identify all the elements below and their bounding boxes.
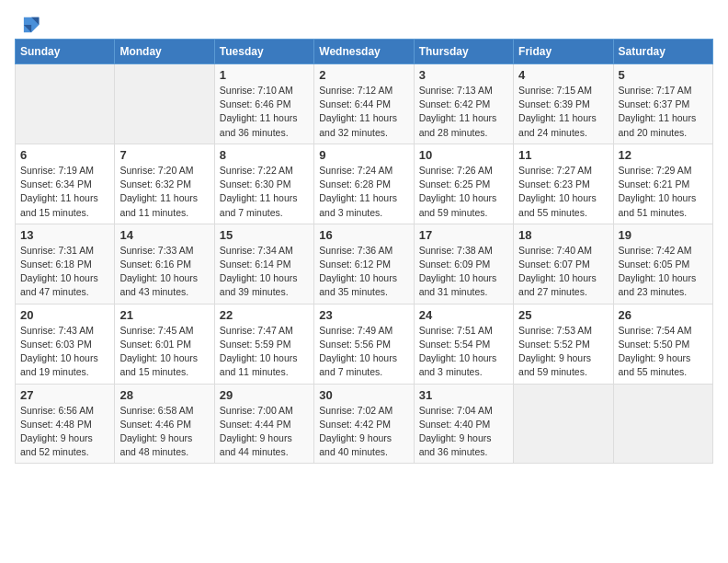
calendar-cell: 4Sunrise: 7:15 AM Sunset: 6:39 PM Daylig… [514, 64, 613, 144]
calendar-cell: 8Sunrise: 7:22 AM Sunset: 6:30 PM Daylig… [214, 144, 313, 224]
calendar-cell: 30Sunrise: 7:02 AM Sunset: 4:42 PM Dayli… [314, 384, 414, 464]
calendar-cell: 11Sunrise: 7:27 AM Sunset: 6:23 PM Dayli… [514, 144, 613, 224]
day-info: Sunrise: 7:04 AM Sunset: 4:40 PM Dayligh… [419, 404, 508, 460]
calendar-cell: 3Sunrise: 7:13 AM Sunset: 6:42 PM Daylig… [414, 64, 513, 144]
day-number: 18 [518, 228, 608, 242]
day-info: Sunrise: 7:17 AM Sunset: 6:37 PM Dayligh… [619, 84, 708, 140]
calendar-body: 1Sunrise: 7:10 AM Sunset: 6:46 PM Daylig… [16, 64, 713, 464]
calendar-cell: 17Sunrise: 7:38 AM Sunset: 6:09 PM Dayli… [414, 224, 513, 304]
calendar-table: SundayMondayTuesdayWednesdayThursdayFrid… [15, 39, 713, 464]
day-info: Sunrise: 7:38 AM Sunset: 6:09 PM Dayligh… [419, 244, 508, 300]
calendar-cell: 9Sunrise: 7:24 AM Sunset: 6:28 PM Daylig… [314, 144, 414, 224]
day-info: Sunrise: 7:20 AM Sunset: 6:32 PM Dayligh… [119, 164, 209, 220]
day-info: Sunrise: 7:02 AM Sunset: 4:42 PM Dayligh… [319, 404, 408, 460]
day-number: 23 [319, 308, 408, 322]
calendar-cell: 19Sunrise: 7:42 AM Sunset: 6:05 PM Dayli… [613, 224, 712, 304]
calendar-week-5: 27Sunrise: 6:56 AM Sunset: 4:48 PM Dayli… [16, 384, 713, 464]
logo [15, 15, 44, 35]
calendar-cell: 18Sunrise: 7:40 AM Sunset: 6:07 PM Dayli… [514, 224, 613, 304]
day-info: Sunrise: 7:54 AM Sunset: 5:50 PM Dayligh… [619, 324, 708, 380]
day-number: 26 [619, 308, 708, 322]
day-info: Sunrise: 7:10 AM Sunset: 6:46 PM Dayligh… [220, 84, 309, 140]
calendar-cell: 24Sunrise: 7:51 AM Sunset: 5:54 PM Dayli… [414, 304, 513, 384]
day-number: 25 [518, 308, 608, 322]
day-number: 15 [220, 228, 309, 242]
calendar-cell: 20Sunrise: 7:43 AM Sunset: 6:03 PM Dayli… [16, 304, 115, 384]
calendar-cell: 12Sunrise: 7:29 AM Sunset: 6:21 PM Dayli… [613, 144, 712, 224]
calendar-cell: 2Sunrise: 7:12 AM Sunset: 6:44 PM Daylig… [314, 64, 414, 144]
calendar-week-2: 6Sunrise: 7:19 AM Sunset: 6:34 PM Daylig… [16, 144, 713, 224]
day-info: Sunrise: 7:22 AM Sunset: 6:30 PM Dayligh… [220, 164, 309, 220]
day-number: 13 [20, 228, 109, 242]
calendar-cell [613, 384, 712, 464]
day-number: 19 [619, 228, 708, 242]
day-info: Sunrise: 7:53 AM Sunset: 5:52 PM Dayligh… [518, 324, 608, 380]
day-number: 5 [619, 68, 708, 82]
day-number: 9 [319, 148, 408, 162]
day-number: 28 [119, 388, 209, 402]
weekday-header-thursday: Thursday [414, 40, 513, 64]
day-info: Sunrise: 7:43 AM Sunset: 6:03 PM Dayligh… [20, 324, 109, 380]
calendar-cell [16, 64, 115, 144]
day-info: Sunrise: 7:33 AM Sunset: 6:16 PM Dayligh… [119, 244, 209, 300]
day-info: Sunrise: 7:00 AM Sunset: 4:44 PM Dayligh… [220, 404, 309, 460]
calendar-cell: 6Sunrise: 7:19 AM Sunset: 6:34 PM Daylig… [16, 144, 115, 224]
day-number: 31 [419, 388, 508, 402]
day-number: 21 [119, 308, 209, 322]
day-number: 12 [619, 148, 708, 162]
day-info: Sunrise: 7:40 AM Sunset: 6:07 PM Dayligh… [518, 244, 608, 300]
day-number: 24 [419, 308, 508, 322]
weekday-header-wednesday: Wednesday [314, 40, 414, 64]
calendar-cell: 13Sunrise: 7:31 AM Sunset: 6:18 PM Dayli… [16, 224, 115, 304]
day-number: 2 [319, 68, 408, 82]
calendar-cell: 16Sunrise: 7:36 AM Sunset: 6:12 PM Dayli… [314, 224, 414, 304]
calendar-cell: 31Sunrise: 7:04 AM Sunset: 4:40 PM Dayli… [414, 384, 513, 464]
calendar-cell: 26Sunrise: 7:54 AM Sunset: 5:50 PM Dayli… [613, 304, 712, 384]
day-number: 6 [20, 148, 109, 162]
day-number: 8 [220, 148, 309, 162]
weekday-header-sunday: Sunday [16, 40, 115, 64]
day-number: 4 [518, 68, 608, 82]
day-info: Sunrise: 7:15 AM Sunset: 6:39 PM Dayligh… [518, 84, 608, 140]
day-info: Sunrise: 7:45 AM Sunset: 6:01 PM Dayligh… [119, 324, 209, 380]
day-info: Sunrise: 7:27 AM Sunset: 6:23 PM Dayligh… [518, 164, 608, 220]
calendar-cell [514, 384, 613, 464]
day-number: 14 [119, 228, 209, 242]
calendar-week-4: 20Sunrise: 7:43 AM Sunset: 6:03 PM Dayli… [16, 304, 713, 384]
day-info: Sunrise: 7:24 AM Sunset: 6:28 PM Dayligh… [319, 164, 408, 220]
day-number: 30 [319, 388, 408, 402]
day-number: 16 [319, 228, 408, 242]
calendar-cell: 14Sunrise: 7:33 AM Sunset: 6:16 PM Dayli… [115, 224, 214, 304]
calendar-cell: 29Sunrise: 7:00 AM Sunset: 4:44 PM Dayli… [214, 384, 313, 464]
calendar-cell: 27Sunrise: 6:56 AM Sunset: 4:48 PM Dayli… [16, 384, 115, 464]
day-info: Sunrise: 7:26 AM Sunset: 6:25 PM Dayligh… [419, 164, 508, 220]
calendar-header: SundayMondayTuesdayWednesdayThursdayFrid… [16, 40, 713, 64]
day-info: Sunrise: 7:12 AM Sunset: 6:44 PM Dayligh… [319, 84, 408, 140]
calendar-week-1: 1Sunrise: 7:10 AM Sunset: 6:46 PM Daylig… [16, 64, 713, 144]
calendar-cell: 15Sunrise: 7:34 AM Sunset: 6:14 PM Dayli… [214, 224, 313, 304]
calendar-cell: 25Sunrise: 7:53 AM Sunset: 5:52 PM Dayli… [514, 304, 613, 384]
day-info: Sunrise: 7:19 AM Sunset: 6:34 PM Dayligh… [20, 164, 109, 220]
day-info: Sunrise: 6:56 AM Sunset: 4:48 PM Dayligh… [20, 404, 109, 460]
day-info: Sunrise: 7:42 AM Sunset: 6:05 PM Dayligh… [619, 244, 708, 300]
weekday-header-monday: Monday [115, 40, 214, 64]
calendar-cell: 7Sunrise: 7:20 AM Sunset: 6:32 PM Daylig… [115, 144, 214, 224]
day-number: 22 [220, 308, 309, 322]
day-info: Sunrise: 6:58 AM Sunset: 4:46 PM Dayligh… [119, 404, 209, 460]
day-info: Sunrise: 7:29 AM Sunset: 6:21 PM Dayligh… [619, 164, 708, 220]
day-info: Sunrise: 7:51 AM Sunset: 5:54 PM Dayligh… [419, 324, 508, 380]
weekday-header-friday: Friday [514, 40, 613, 64]
calendar-cell: 1Sunrise: 7:10 AM Sunset: 6:46 PM Daylig… [214, 64, 313, 144]
calendar-cell: 5Sunrise: 7:17 AM Sunset: 6:37 PM Daylig… [613, 64, 712, 144]
weekday-row: SundayMondayTuesdayWednesdayThursdayFrid… [16, 40, 713, 64]
day-info: Sunrise: 7:36 AM Sunset: 6:12 PM Dayligh… [319, 244, 408, 300]
day-number: 17 [419, 228, 508, 242]
day-number: 10 [419, 148, 508, 162]
weekday-header-tuesday: Tuesday [214, 40, 313, 64]
calendar-week-3: 13Sunrise: 7:31 AM Sunset: 6:18 PM Dayli… [16, 224, 713, 304]
calendar-cell: 21Sunrise: 7:45 AM Sunset: 6:01 PM Dayli… [115, 304, 214, 384]
day-info: Sunrise: 7:34 AM Sunset: 6:14 PM Dayligh… [220, 244, 309, 300]
day-info: Sunrise: 7:31 AM Sunset: 6:18 PM Dayligh… [20, 244, 109, 300]
calendar-cell: 22Sunrise: 7:47 AM Sunset: 5:59 PM Dayli… [214, 304, 313, 384]
page-header [15, 15, 713, 35]
